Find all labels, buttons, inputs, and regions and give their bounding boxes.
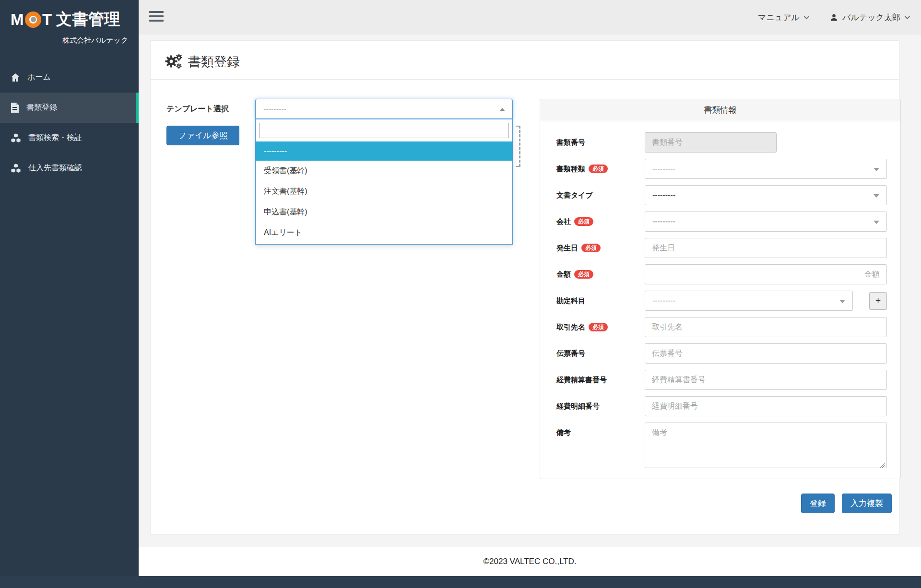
document-number-input	[645, 132, 777, 153]
field-label: 伝票番号	[556, 349, 585, 358]
panel-title: 書類情報	[540, 99, 900, 121]
company-name: 株式会社バルテック	[11, 36, 128, 45]
field-label: 取引先名	[556, 323, 585, 332]
user-menu[interactable]: バルテック太郎	[830, 12, 909, 23]
field-row: 会社必須 ---------	[556, 212, 887, 232]
required-badge: 必須	[574, 217, 593, 226]
chevron-up-icon	[499, 108, 505, 111]
partner-name-input[interactable]	[645, 317, 887, 337]
select-value: ---------	[652, 296, 675, 305]
file-browse-button[interactable]: ファイル参照	[166, 126, 239, 145]
field-row: 経費明細番号	[556, 396, 887, 416]
cubes-icon	[11, 163, 21, 174]
logo-suffix: 文書管理	[56, 9, 120, 30]
sidebar-item-label: 書類登録	[26, 103, 57, 113]
dropdown-option[interactable]: 受領書(基幹)	[256, 161, 512, 181]
bottom-strip	[0, 576, 921, 588]
sidebar-item-label: ホーム	[27, 72, 51, 82]
sidebar-menu: ホーム 書類登録 書類検索・検証 仕入先書類確認	[0, 62, 139, 183]
field-label: 発生日	[556, 244, 578, 253]
template-select-label: テンプレート選択	[166, 99, 255, 114]
duplicate-input-button[interactable]: 入力複製	[842, 494, 892, 513]
logo-text: M T 文書管理	[11, 9, 128, 30]
document-kind-select[interactable]: ---------	[645, 159, 887, 179]
required-badge: 必須	[589, 323, 608, 331]
sidebar-item-home[interactable]: ホーム	[0, 62, 139, 93]
template-select: --------- --------- 受領書(基幹) 注文書(基幹) 申込書(…	[255, 99, 513, 119]
template-select-box[interactable]: ---------	[255, 99, 513, 119]
field-row: 発生日必須	[556, 238, 887, 258]
field-label: 備考	[556, 428, 571, 437]
app-logo: M T 文書管理 株式会社バルテック	[0, 0, 139, 49]
field-row: 経費精算書番号	[556, 370, 887, 390]
hamburger-menu-icon[interactable]	[149, 11, 164, 24]
top-navbar: マニュアル バルテック太郎	[139, 0, 921, 35]
chevron-down-icon	[905, 14, 910, 19]
dropdown-option[interactable]: 注文書(基幹)	[256, 181, 512, 202]
field-label: 金額	[556, 270, 571, 279]
sidebar-item-document-register[interactable]: 書類登録	[0, 93, 139, 123]
resize-handle[interactable]	[879, 462, 885, 468]
sidebar-item-label: 書類検索・検証	[28, 133, 82, 143]
select-value: ---------	[652, 217, 675, 226]
company-select[interactable]: ---------	[645, 212, 887, 232]
document-type-select[interactable]: ---------	[645, 185, 887, 205]
logo-o-icon	[25, 12, 41, 28]
field-label: 文書タイプ	[556, 191, 593, 200]
field-label: 経費明細番号	[556, 402, 600, 411]
field-label: 書類種類	[556, 165, 585, 174]
logo-t: T	[42, 11, 52, 29]
native-select-artifact	[516, 126, 520, 167]
field-label: 経費精算書番号	[556, 376, 607, 385]
expense-report-number-input[interactable]	[645, 370, 887, 390]
sidebar-item-label: 仕入先書類確認	[28, 163, 82, 173]
field-label: 勘定科目	[556, 296, 585, 306]
dropdown-option[interactable]: 申込書(基幹)	[256, 202, 512, 223]
required-badge: 必須	[574, 270, 593, 279]
home-icon	[11, 73, 20, 82]
add-account-button[interactable]: +	[869, 292, 887, 310]
field-row: 書類種類必須 ---------	[556, 159, 887, 179]
manual-label: マニュアル	[758, 12, 800, 23]
dropdown-search-input[interactable]	[259, 123, 509, 138]
chevron-down-icon	[874, 194, 879, 198]
sidebar-item-document-search[interactable]: 書類検索・検証	[0, 123, 139, 153]
main-card: 書類登録 テンプレート選択 --------- ---------	[150, 40, 900, 534]
account-title-select[interactable]: ---------	[645, 291, 853, 311]
cubes-icon	[11, 133, 21, 143]
page-title: 書類登録	[188, 53, 240, 71]
remarks-textarea[interactable]	[645, 423, 887, 468]
document-icon	[11, 103, 19, 113]
field-row: 勘定科目 --------- +	[556, 291, 887, 311]
register-button[interactable]: 登録	[801, 494, 835, 513]
dropdown-option[interactable]: AIエリート	[256, 223, 512, 243]
amount-input[interactable]	[645, 264, 887, 284]
field-label: 会社	[556, 217, 571, 226]
user-icon	[830, 13, 838, 22]
footer: ©2023 VALTEC CO.,LTD.	[139, 547, 921, 576]
manual-menu[interactable]: マニュアル	[758, 12, 808, 23]
chevron-down-icon	[874, 168, 879, 171]
select-value: ---------	[652, 191, 675, 200]
field-row: 取引先名必須	[556, 317, 887, 337]
field-row: 金額必須	[556, 264, 887, 284]
field-row: 備考	[556, 423, 887, 470]
template-select-value: ---------	[263, 105, 286, 113]
field-row: 書類番号	[556, 132, 887, 153]
dropdown-option[interactable]: ---------	[256, 141, 512, 161]
sidebar: M T 文書管理 株式会社バルテック ホーム 書類登録 書類検索・検証 仕入先書…	[0, 0, 139, 588]
sidebar-item-supplier-documents[interactable]: 仕入先書類確認	[0, 153, 139, 183]
select-value: ---------	[652, 165, 675, 173]
field-label: 書類番号	[556, 138, 585, 147]
required-badge: 必須	[589, 165, 608, 173]
slip-number-input[interactable]	[645, 343, 887, 364]
copyright-text: ©2023 VALTEC CO.,LTD.	[484, 557, 577, 566]
required-badge: 必須	[581, 244, 601, 252]
document-info-panel: 書類情報 書類番号 書類種類必須 --------- 文書タイプ -------…	[540, 99, 901, 479]
expense-detail-number-input[interactable]	[645, 396, 887, 416]
occurrence-date-input[interactable]	[645, 238, 887, 258]
chevron-down-icon	[839, 300, 845, 303]
chevron-down-icon	[804, 14, 809, 19]
logo-m: M	[11, 11, 24, 29]
field-row: 文書タイプ ---------	[556, 185, 887, 205]
